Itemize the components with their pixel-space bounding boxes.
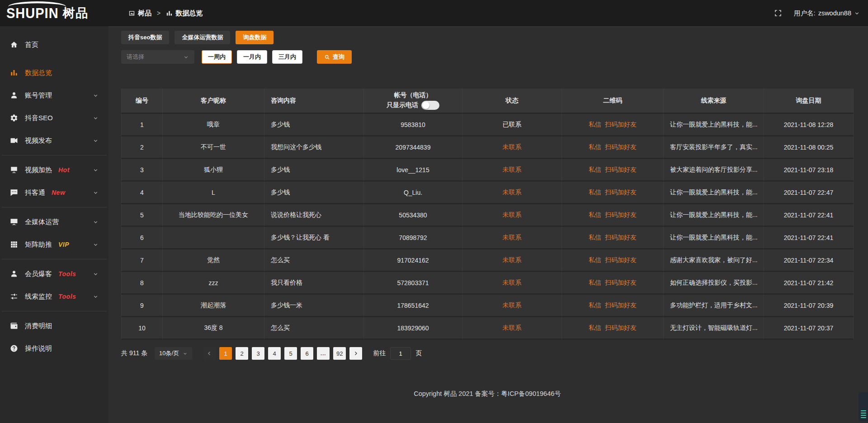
cell-account: 50534380 [364,204,462,227]
qr-link[interactable]: 私信 [589,301,601,309]
cell-qrcode: 私信扫码加好友 [562,182,664,204]
qr-link[interactable]: 私信 [589,166,601,173]
cell-id: 1 [121,114,163,136]
range-button-three-month[interactable]: 三月内 [272,50,302,64]
sidebar-item-media-ops[interactable]: 全媒体运营 [0,211,108,233]
page-ellipsis-button[interactable]: ... [317,347,330,360]
qr-link[interactable]: 扫码加好友 [605,234,637,241]
qr-link[interactable]: 私信 [589,188,601,196]
sidebar-item-data-overview[interactable]: 数据总览 [0,61,108,84]
sidebar-item-label: 会员爆客 [25,270,52,278]
qr-link[interactable]: 扫码加好友 [605,256,637,263]
cell-account: 572803371 [364,272,462,295]
search-button[interactable]: 查询 [317,50,352,64]
table-row: 4L多少钱Q_Liu.未联系私信扫码加好友让你一眼就爱上的黑科技，能...202… [121,182,854,204]
cell-nickname: 当地比较能吃的一位美女 [163,204,264,227]
wallet-icon [10,322,18,330]
breadcrumb-item-home[interactable]: 树品 [128,9,151,18]
page-button-92[interactable]: 92 [333,347,346,360]
qr-link[interactable]: 扫码加好友 [605,188,637,196]
qr-link[interactable]: 扫码加好友 [605,166,637,173]
tab-inquiry-data[interactable]: 询盘数据 [236,31,274,44]
sidebar-item-douketong[interactable]: 抖客通New [0,181,108,204]
sliders-icon [10,292,18,301]
qr-link[interactable]: 扫码加好友 [605,211,637,218]
sidebar-item-home[interactable]: 首页 [0,33,108,56]
fullscreen-icon[interactable] [774,9,782,17]
page-button-1[interactable]: 1 [219,347,232,360]
qr-link[interactable]: 私信 [589,324,601,331]
page-button-3[interactable]: 3 [252,347,264,360]
cell-source[interactable]: 如何正确选择投影仪，买投影... [664,272,764,295]
username: zswodun88 [818,9,851,17]
page-button-5[interactable]: 5 [284,347,297,360]
cell-source[interactable]: 让你一眼就爱上的黑科技，能... [664,182,764,204]
qr-link[interactable]: 扫码加好友 [605,279,637,286]
cell-date: 2021-11-07 20:39 [764,295,854,317]
qr-link[interactable]: 私信 [589,256,601,263]
sidebar-item-matrix-boost[interactable]: 矩阵助推VIP [0,233,108,256]
sidebar-divider [2,155,107,155]
account-select[interactable]: 请选择 [121,50,194,64]
sidebar-item-account-manage[interactable]: 账号管理 [0,84,108,107]
sidebar-item-video-heat[interactable]: 视频加热Hot [0,159,108,181]
table-row: 7觉然怎么买917024162未联系私信扫码加好友感谢大家喜欢我家，被问了好..… [121,249,854,272]
sidebar-item-help[interactable]: 操作说明 [0,337,108,360]
goto-unit: 页 [415,349,422,357]
cell-source[interactable]: 客厅安装投影半年多了，真实... [664,136,764,159]
tab-douyin-seo-data[interactable]: 抖音seo数据 [121,31,169,44]
next-page-button[interactable] [349,347,362,360]
qr-link[interactable]: 扫码加好友 [605,301,637,309]
chevron-down-icon [93,138,99,144]
page-size-select[interactable]: 10条/页 [155,347,192,360]
qr-link[interactable]: 扫码加好友 [605,121,637,128]
user-menu[interactable]: 用户名: zswodun88 [794,9,860,18]
chevron-down-icon [93,93,99,99]
cell-qrcode: 私信扫码加好友 [562,317,664,340]
cell-content: 说说价格让我死心 [264,204,364,227]
cell-source[interactable]: 被大家追着问的客厅投影分享... [664,159,764,182]
prev-page-button[interactable] [203,347,216,360]
range-button-one-week[interactable]: 一周内 [202,50,232,64]
qr-link[interactable]: 私信 [589,234,601,241]
sidebar-divider [2,311,107,311]
qr-link[interactable]: 扫码加好友 [605,143,637,150]
page-button-2[interactable]: 2 [236,347,248,360]
sidebar-item-label: 抖音SEO [25,114,53,122]
cell-source[interactable]: 感谢大家喜欢我家，被问了好... [664,249,764,272]
qr-link[interactable]: 私信 [589,279,601,286]
sidebar-item-clue-monitor[interactable]: 线索监控Tools [0,285,108,308]
sidebar-item-douyin-seo[interactable]: 抖音SEO [0,107,108,129]
qr-link[interactable]: 私信 [589,211,601,218]
cell-date: 2021-11-07 21:42 [764,272,854,295]
help-icon [10,344,18,352]
qr-link[interactable]: 扫码加好友 [605,324,637,331]
sidebar-item-video-publish[interactable]: 视频发布 [0,129,108,152]
cell-source[interactable]: 无主灯设计，智能磁吸轨道灯... [664,317,764,340]
app-logo: SHUPIN 树品 [0,5,108,21]
tab-media-ops-data[interactable]: 全媒体运营数据 [175,31,230,44]
page-button-4[interactable]: 4 [268,347,281,360]
goto-page-input[interactable] [390,347,411,360]
chat-icon [10,188,18,197]
cell-source[interactable]: 让你一眼就爱上的黑科技，能... [664,114,764,136]
logo-text-en: SHUPIN [6,6,59,20]
sidebar-item-member-baoke[interactable]: 会员爆客Tools [0,263,108,285]
page-list: 123456...92 [219,347,349,360]
phone-only-toggle[interactable] [421,101,439,110]
sidebar-item-expense-detail[interactable]: 消费明细 [0,315,108,337]
qr-link[interactable]: 私信 [589,121,601,128]
page-button-6[interactable]: 6 [301,347,313,360]
sidebar-item-label: 账号管理 [25,91,52,100]
cell-source[interactable]: 多功能护栏灯，适用于乡村文... [664,295,764,317]
range-button-one-month[interactable]: 一月内 [237,50,267,64]
cell-qrcode: 私信扫码加好友 [562,159,664,182]
breadcrumb-item-current[interactable]: 数据总览 [166,9,203,18]
cell-source[interactable]: 让你一眼就爱上的黑科技，能... [664,204,764,227]
qr-link[interactable]: 私信 [589,143,601,150]
main-content: 抖音seo数据全媒体运营数据询盘数据 请选择 一周内一月内三月内 查询 编号 客… [108,26,868,423]
cell-source[interactable]: 让你一眼就爱上的黑科技，能... [664,227,764,249]
chevron-down-icon [93,115,99,121]
cell-date: 2021-11-07 23:18 [764,159,854,182]
feedback-widget[interactable] [859,392,868,421]
